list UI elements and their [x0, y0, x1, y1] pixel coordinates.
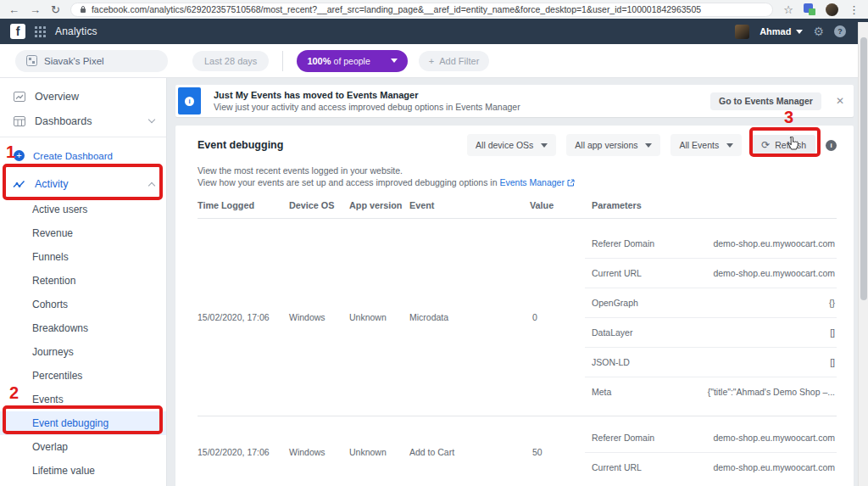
- url-text: facebook.com/analytics/629202357510568/m…: [92, 4, 701, 14]
- facebook-logo[interactable]: f: [10, 24, 25, 39]
- filter-device-os[interactable]: All device OSs: [467, 134, 556, 156]
- lock-icon: [80, 5, 86, 14]
- scrollbar[interactable]: [858, 22, 868, 486]
- cell-event: Microdata: [409, 312, 530, 322]
- add-filter-button[interactable]: + Add Filter: [419, 51, 490, 71]
- description-line-2: View how your events are set up and acce…: [198, 177, 837, 189]
- sidebar-item-dashboards[interactable]: Dashboards: [0, 109, 166, 133]
- user-menu[interactable]: Ahmad: [760, 26, 803, 36]
- pixel-icon: [26, 55, 37, 66]
- cell-app-version: Unknown: [349, 447, 409, 457]
- date-range-selector[interactable]: Last 28 days: [192, 51, 269, 71]
- external-link-icon: [567, 179, 575, 187]
- sidebar-item-cohorts[interactable]: Cohorts: [0, 293, 166, 316]
- help-icon[interactable]: ?: [834, 25, 846, 37]
- col-app-version: App version: [349, 200, 409, 210]
- caret-down-icon: [391, 59, 398, 63]
- param-row: Current URL demo-shop.eu.mywoocart.com: [585, 258, 837, 288]
- user-menu-caret-icon: [796, 30, 803, 34]
- description-line-1: View the most recent events logged in yo…: [198, 165, 837, 177]
- filter-app-versions[interactable]: All app versions: [566, 134, 660, 156]
- col-value: Value: [530, 200, 585, 210]
- param-row: Meta {"title":"Ahmad's Demo Shop –...: [585, 377, 837, 406]
- banner-close-icon[interactable]: ✕: [836, 96, 844, 106]
- app-title: Analytics: [55, 25, 97, 37]
- cell-time-logged: 15/02/2020, 17:06: [198, 312, 289, 322]
- overview-chart-icon: [12, 92, 26, 102]
- sidebar-item-funnels[interactable]: Funnels: [0, 245, 166, 269]
- param-row: JSON-LD []: [585, 347, 837, 377]
- analytics-toolbar: Siavak's Pixel Last 28 days 100% of peop…: [0, 44, 868, 78]
- sidebar-item-event-debugging[interactable]: Event debugging: [0, 411, 166, 435]
- refresh-label: Refresh: [775, 140, 806, 150]
- sidebar-item-journeys[interactable]: Journeys: [0, 340, 166, 364]
- info-icon: i: [178, 87, 201, 115]
- sidebar: Overview Dashboards + Create Dashboard A…: [0, 78, 167, 486]
- cell-app-version: Unknown: [349, 312, 409, 322]
- cell-device-os: Windows: [289, 447, 349, 457]
- audience-label: of people: [334, 56, 370, 66]
- add-filter-label: Add Filter: [439, 56, 479, 66]
- description: View the most recent events logged in yo…: [175, 156, 854, 188]
- page-title: Event debugging: [198, 139, 283, 151]
- sidebar-item-overlap[interactable]: Overlap: [0, 435, 166, 459]
- chevron-up-icon: [148, 182, 155, 188]
- create-dashboard-label: Create Dashboard: [33, 151, 113, 161]
- sidebar-item-retention[interactable]: Retention: [0, 269, 166, 293]
- activity-icon: [12, 179, 26, 189]
- sidebar-item-events[interactable]: Events: [0, 388, 166, 411]
- sidebar-item-breakdowns[interactable]: Breakdowns: [0, 316, 166, 340]
- cell-value: 50: [530, 447, 585, 457]
- browser-profile-avatar[interactable]: [826, 3, 838, 16]
- refresh-button[interactable]: ⟳ Refresh: [752, 135, 815, 155]
- sidebar-item-overview[interactable]: Overview: [0, 84, 166, 109]
- param-row: DataLayer []: [585, 317, 837, 347]
- param-row: OpenGraph {}: [585, 288, 837, 317]
- sidebar-item-active-users[interactable]: Active users: [0, 198, 166, 221]
- cell-event: Add to Cart: [409, 447, 530, 457]
- user-name: Ahmad: [760, 26, 791, 36]
- back-icon[interactable]: ←: [8, 4, 19, 15]
- table-row: 15/02/2020, 17:06 Windows Unknown Add to…: [175, 416, 854, 486]
- events-manager-link[interactable]: Events Manager: [499, 177, 564, 187]
- cell-value: 0: [530, 312, 585, 322]
- scrollbar-thumb[interactable]: [860, 37, 867, 300]
- filter-all-events[interactable]: All Events: [670, 134, 742, 156]
- caret-down-icon: [726, 143, 733, 148]
- caret-down-icon: [541, 143, 548, 148]
- date-range-label: Last 28 days: [204, 56, 257, 66]
- audience-selector[interactable]: 100% of people: [297, 50, 407, 72]
- banner-title: Just My Events has moved to Events Manag…: [214, 90, 520, 100]
- audience-percent: 100%: [307, 56, 331, 66]
- settings-gear-icon[interactable]: ⚙: [813, 25, 824, 38]
- table-header: Time Logged Device OS App version Event …: [175, 188, 854, 210]
- event-debugging-panel: Event debugging All device OSs All app v…: [175, 126, 854, 486]
- sidebar-item-activity[interactable]: Activity: [0, 170, 166, 198]
- forward-icon[interactable]: →: [30, 4, 41, 15]
- refresh-icon: ⟳: [761, 140, 770, 150]
- user-avatar[interactable]: [735, 25, 749, 39]
- col-parameters: Parameters: [585, 200, 837, 210]
- bookmark-star-icon[interactable]: ☆: [783, 4, 793, 15]
- plus-circle-icon: +: [14, 150, 25, 161]
- app-grid-icon[interactable]: [35, 26, 46, 37]
- go-to-events-manager-button[interactable]: Go to Events Manager: [710, 92, 821, 110]
- toolbar-divider: [282, 51, 283, 71]
- param-row: Referer Domain demo-shop.eu.mywoocart.co…: [585, 228, 837, 258]
- info-circle-icon[interactable]: i: [826, 140, 837, 151]
- sidebar-item-lifetime-value[interactable]: Lifetime value: [0, 459, 166, 483]
- plus-icon: +: [429, 56, 434, 66]
- param-row: Current URL demo-shop.eu.mywoocart.com: [585, 452, 837, 482]
- extension-icon[interactable]: [804, 3, 815, 15]
- sidebar-item-label: Overview: [35, 91, 79, 103]
- sidebar-item-revenue[interactable]: Revenue: [0, 221, 166, 245]
- pixel-selector[interactable]: Siavak's Pixel: [15, 50, 168, 72]
- address-bar[interactable]: facebook.com/analytics/629202357510568/m…: [70, 3, 773, 17]
- main-content: i Just My Events has moved to Events Man…: [167, 78, 868, 486]
- sidebar-item-percentiles[interactable]: Percentiles: [0, 364, 166, 388]
- browser-menu-icon[interactable]: ⋮: [849, 4, 860, 15]
- param-row: Referer Domain demo-shop.eu.mywoocart.co…: [585, 422, 837, 452]
- create-dashboard-button[interactable]: + Create Dashboard: [0, 141, 166, 170]
- reload-icon[interactable]: ↻: [51, 4, 60, 15]
- banner-subtitle: View just your activity and access impro…: [214, 102, 520, 112]
